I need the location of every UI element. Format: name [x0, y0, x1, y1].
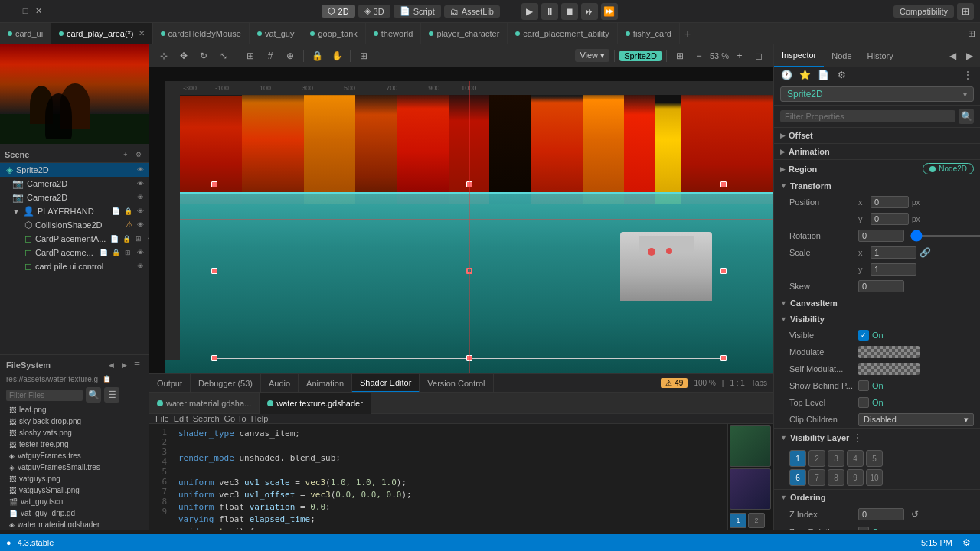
- inspector-tab[interactable]: Inspector: [774, 44, 824, 67]
- editor-menu-edit[interactable]: Edit: [174, 414, 188, 423]
- zoom-in[interactable]: +: [731, 47, 748, 64]
- file-vat-guy-drip[interactable]: 📄 vat_guy_drip.gd: [3, 507, 145, 519]
- filter-search-button[interactable]: 🔍: [959, 109, 974, 124]
- filter-properties-input[interactable]: [780, 110, 956, 122]
- fs-nav-back[interactable]: ◀: [106, 360, 116, 370]
- file-tester-tree[interactable]: 🖼 tester tree.png: [3, 439, 145, 450]
- visible-checkbox[interactable]: ✓: [858, 330, 869, 341]
- tree-visibility-toggle-8[interactable]: 👁: [135, 261, 145, 272]
- tab-cards-held[interactable]: cardsHeldByMouse: [153, 23, 250, 44]
- clip-children-dropdown[interactable]: Disabled ▾: [858, 413, 974, 426]
- tree-visibility-toggle-6[interactable]: 👁: [145, 233, 149, 244]
- lock-icon-btn-3[interactable]: 🔒: [110, 247, 121, 258]
- z-index-input[interactable]: [858, 508, 904, 520]
- snap-toggle[interactable]: ⊞: [242, 47, 259, 64]
- ordering-header[interactable]: ▼ Ordering: [774, 490, 980, 505]
- visibility-layer-header[interactable]: ▼ Visibility Layer ⋮: [774, 429, 980, 447]
- script-icon-btn[interactable]: 📄: [110, 206, 121, 217]
- editor-menu-search[interactable]: Search: [193, 414, 220, 423]
- tab-overflow-button[interactable]: ⊞: [963, 28, 980, 39]
- rotation-input[interactable]: [858, 230, 904, 242]
- file-sky-backdrop[interactable]: 🖼 sky back drop.png: [3, 416, 145, 427]
- tree-item-collisionshape[interactable]: ⬡ CollisionShape2D ⚠ 👁: [0, 218, 149, 232]
- tab-shader-editor[interactable]: Shader Editor: [352, 374, 420, 393]
- tab-player-character[interactable]: player_character: [421, 23, 508, 44]
- tree-visibility-toggle-3[interactable]: 👁: [135, 192, 145, 203]
- play-button[interactable]: ▶: [521, 3, 538, 20]
- history-tab[interactable]: History: [860, 44, 901, 67]
- tab-vat-guy[interactable]: vat_guy: [250, 23, 303, 44]
- tree-visibility-toggle-7[interactable]: 👁: [135, 247, 145, 258]
- scale-link-icon[interactable]: 🔗: [920, 247, 931, 258]
- offset-header[interactable]: ▶ Offset: [774, 128, 980, 143]
- script-icon-btn-3[interactable]: 📄: [98, 247, 109, 258]
- zoom-reset[interactable]: ◻: [750, 47, 767, 64]
- debug-button[interactable]: ⏩: [601, 3, 618, 20]
- group-icon-btn[interactable]: ⊞: [133, 233, 144, 244]
- tab-output[interactable]: Output: [149, 374, 191, 393]
- tree-visibility-toggle-2[interactable]: 👁: [135, 178, 145, 189]
- class-dropdown[interactable]: Sprite2D ▾: [780, 86, 974, 102]
- vis-layer-btn-6[interactable]: 6: [789, 469, 806, 486]
- window-minimize[interactable]: ─: [6, 6, 18, 16]
- transform-tool[interactable]: ⊞: [355, 47, 372, 64]
- scene-add-button[interactable]: +: [120, 149, 131, 160]
- insp-settings-button[interactable]: ⚙: [834, 67, 849, 83]
- viewport-canvas[interactable]: -300 -100 100 300 500 700 900 1000: [149, 67, 773, 373]
- select-tool[interactable]: ⊹: [155, 47, 172, 64]
- tab-card-placement-ability[interactable]: card_placement_ability: [508, 23, 618, 44]
- zoom-fit[interactable]: ⊞: [671, 47, 688, 64]
- top-level-checkbox[interactable]: [858, 397, 869, 408]
- tree-item-camera2d-1[interactable]: 📷 Camera2D 👁: [0, 177, 149, 191]
- visibility-layer-more[interactable]: ⋮: [852, 432, 863, 444]
- tab-debugger[interactable]: Debugger (53): [191, 374, 261, 393]
- script-icon-btn-2[interactable]: 📄: [109, 233, 119, 244]
- window-maximize[interactable]: □: [20, 6, 31, 16]
- scale-tool[interactable]: ⤡: [215, 47, 232, 64]
- pause-button[interactable]: ⏸: [541, 3, 558, 20]
- modulate-swatch[interactable]: [858, 346, 920, 358]
- file-vatguys-png[interactable]: 🖼 vatguys.png: [3, 473, 145, 484]
- status-settings[interactable]: ⚙: [959, 535, 974, 550]
- self-modulate-swatch[interactable]: [858, 363, 920, 375]
- file-leaf-png[interactable]: 🖼 leaf.png: [3, 404, 145, 416]
- insp-script-button[interactable]: 📄: [815, 67, 831, 83]
- mode-script[interactable]: 📄 Script: [394, 5, 441, 18]
- position-x-input[interactable]: [871, 196, 909, 208]
- skew-input[interactable]: [858, 280, 904, 292]
- tab-card-ui[interactable]: card_ui: [0, 23, 51, 44]
- transform-header[interactable]: ▼ Transform: [774, 178, 980, 194]
- tree-visibility-toggle[interactable]: 👁: [135, 165, 145, 175]
- vis-layer-btn-1[interactable]: 1: [789, 450, 806, 467]
- rotate-tool[interactable]: ↻: [195, 47, 212, 64]
- editor-tab-water-material[interactable]: water material.gdsha...: [149, 393, 260, 414]
- tab-audio[interactable]: Audio: [261, 374, 299, 393]
- tab-goop-tank[interactable]: goop_tank: [302, 23, 365, 44]
- lock-icon-btn[interactable]: 🔒: [122, 206, 133, 217]
- tree-item-cardplacement-b[interactable]: ◻ CardPlaceme... 📄 🔒 ⊞ 👁: [0, 246, 149, 259]
- file-vatguy-frames[interactable]: ◈ vatguyFrames.tres: [3, 450, 145, 461]
- vis-layer-btn-4[interactable]: 4: [847, 450, 864, 467]
- position-y-input[interactable]: [871, 213, 909, 225]
- vis-layer-btn-2[interactable]: 2: [808, 450, 825, 467]
- z-index-reset[interactable]: ↺: [907, 507, 923, 522]
- insp-history-button[interactable]: 🕐: [779, 67, 794, 83]
- vis-layer-btn-9[interactable]: 9: [847, 469, 864, 486]
- tree-item-cardpile[interactable]: ◻ card pile ui control 👁: [0, 259, 149, 273]
- visibility-header[interactable]: ▼ Visibility: [774, 311, 980, 327]
- group-icon-btn-2[interactable]: ⊞: [122, 247, 133, 258]
- code-content[interactable]: shader_type canvas_item; render_mode uns…: [172, 424, 727, 530]
- filter-files-input[interactable]: [6, 390, 83, 401]
- insp-favorite-button[interactable]: ⭐: [797, 67, 812, 83]
- tab-fishy-card[interactable]: fishy_card: [618, 23, 680, 44]
- pivot-toggle[interactable]: ⊕: [282, 47, 299, 64]
- tree-item-cardplacement-a[interactable]: ◻ CardPlacementA... 📄 🔒 ⊞ 👁: [0, 232, 149, 246]
- file-vatguy-frames-small[interactable]: ◈ vatguyFramesSmall.tres: [3, 461, 145, 473]
- vis-layer-btn-5[interactable]: 5: [866, 450, 883, 467]
- file-vatguys-small[interactable]: 🖼 vatguysSmall.png: [3, 484, 145, 496]
- tab-animation[interactable]: Animation: [299, 374, 352, 393]
- vis-layer-btn-8[interactable]: 8: [828, 469, 844, 486]
- fs-path-copy[interactable]: 📋: [101, 373, 112, 384]
- vis-layer-btn-10[interactable]: 10: [866, 469, 883, 486]
- zoom-out[interactable]: −: [691, 47, 707, 64]
